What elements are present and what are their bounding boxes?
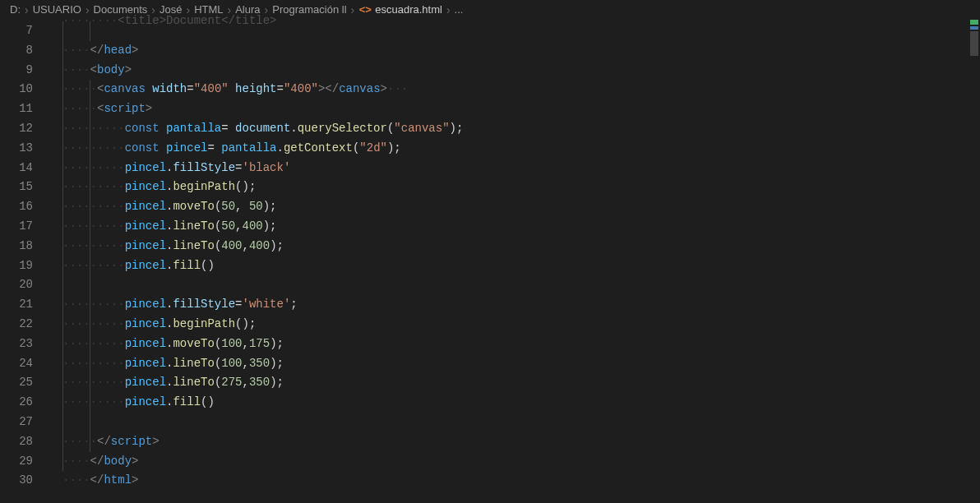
token: </ bbox=[90, 473, 104, 487]
chevron-right-icon: › bbox=[446, 3, 451, 16]
indent-guide bbox=[62, 432, 63, 452]
indent-guide bbox=[62, 159, 63, 178]
indent-guide bbox=[90, 432, 90, 452]
code-line[interactable]: ·····</script> bbox=[54, 432, 968, 452]
token: ····· bbox=[62, 180, 97, 193]
token: () bbox=[201, 395, 215, 408]
token: ····· bbox=[62, 259, 97, 272]
code-line[interactable]: ·········pincel.fillStyle='white'; bbox=[54, 295, 968, 315]
code-line[interactable]: ·········pincel.beginPath(); bbox=[54, 178, 968, 197]
code-area[interactable]: ········<title>Document</title>····</hea… bbox=[54, 18, 968, 503]
token: pantalla bbox=[166, 122, 221, 135]
token: , bbox=[243, 239, 249, 252]
token: ····· bbox=[62, 161, 97, 174]
token: </ bbox=[221, 14, 235, 27]
line-number: 29 bbox=[0, 452, 33, 472]
token: 50 bbox=[249, 200, 263, 213]
token: > bbox=[132, 44, 138, 57]
code-line[interactable]: ·········pincel.lineTo(275,350); bbox=[54, 373, 968, 393]
token: ···· bbox=[62, 455, 90, 468]
token: pincel bbox=[125, 200, 166, 213]
minimap[interactable] bbox=[968, 18, 980, 503]
token: pincel bbox=[125, 317, 166, 330]
line-number: 14 bbox=[0, 159, 33, 178]
code-line[interactable]: ····</head> bbox=[54, 41, 968, 61]
line-number: 24 bbox=[0, 354, 33, 374]
code-line[interactable]: ·····<canvas width="400" height="400"></… bbox=[54, 80, 968, 99]
token: ); bbox=[270, 376, 284, 389]
line-number: 7 bbox=[0, 21, 33, 41]
breadcrumb-segment[interactable]: D: bbox=[10, 3, 21, 16]
breadcrumb-segment[interactable]: Programación ll bbox=[272, 3, 346, 16]
token: , bbox=[243, 357, 249, 370]
code-line[interactable]: ·········pincel.beginPath(); bbox=[54, 315, 968, 335]
code-line[interactable]: ·········pincel.fillStyle='black' bbox=[54, 159, 968, 178]
token: ···· bbox=[97, 357, 125, 370]
token: body bbox=[104, 455, 132, 468]
token: ····· bbox=[62, 357, 97, 370]
line-number: 25 bbox=[0, 373, 33, 393]
token: 'black' bbox=[242, 161, 290, 174]
code-line[interactable]: ·········pincel.moveTo(100,175); bbox=[54, 335, 968, 354]
code-line[interactable]: ·········const pantalla= document.queryS… bbox=[54, 119, 968, 139]
indent-guide bbox=[90, 373, 90, 393]
indent-guide bbox=[90, 315, 90, 335]
token: 50 bbox=[221, 200, 235, 213]
token: pantalla bbox=[221, 141, 276, 155]
token: querySelector bbox=[298, 122, 387, 135]
breadcrumb-tail[interactable]: ... bbox=[455, 3, 464, 16]
indent-guide bbox=[62, 99, 63, 119]
indent-guide bbox=[62, 275, 63, 295]
token: ····· bbox=[62, 239, 97, 252]
token: "400" bbox=[284, 82, 318, 95]
code-line[interactable] bbox=[54, 413, 968, 432]
code-line[interactable]: ········<title>Document</title> bbox=[54, 21, 968, 41]
token: pincel bbox=[125, 161, 166, 174]
token: > bbox=[132, 473, 138, 487]
line-number: 12 bbox=[0, 119, 33, 139]
token: . bbox=[277, 141, 284, 155]
code-line[interactable]: ·········pincel.fill() bbox=[54, 256, 968, 276]
indent-guide bbox=[90, 139, 90, 159]
breadcrumb-file[interactable]: escuadra.html bbox=[375, 3, 442, 16]
code-line[interactable]: ·········pincel.moveTo(50, 50); bbox=[54, 197, 968, 217]
token: 100 bbox=[221, 337, 242, 350]
token: canvas bbox=[104, 82, 145, 95]
code-line[interactable]: ····</body> bbox=[54, 452, 968, 472]
code-editor[interactable]: 7891011121314151617181920212223242526272… bbox=[0, 18, 980, 503]
indent-guide bbox=[62, 315, 63, 335]
code-line[interactable]: ·········const pincel= pantalla.getConte… bbox=[54, 139, 968, 159]
line-number: 20 bbox=[0, 275, 33, 295]
line-number: 18 bbox=[0, 237, 33, 256]
line-number: 10 bbox=[0, 80, 33, 99]
token: ···· bbox=[97, 376, 125, 389]
token: pincel bbox=[125, 259, 166, 272]
indent-guide bbox=[62, 373, 63, 393]
code-line[interactable]: ····<body> bbox=[54, 61, 968, 81]
token: ····· bbox=[62, 82, 97, 95]
token: pincel bbox=[125, 395, 166, 408]
token: > bbox=[152, 435, 159, 448]
code-line[interactable]: ·········pincel.lineTo(100,350); bbox=[54, 354, 968, 374]
token: pincel bbox=[125, 239, 166, 252]
line-number: 15 bbox=[0, 178, 33, 197]
token: pincel bbox=[125, 219, 166, 233]
code-line[interactable] bbox=[54, 275, 968, 295]
token: lineTo bbox=[173, 239, 214, 252]
indent-guide bbox=[90, 178, 90, 197]
token: > bbox=[125, 63, 132, 76]
code-line[interactable]: ·····<script> bbox=[54, 99, 968, 119]
code-line[interactable]: ·········pincel.lineTo(400,400); bbox=[54, 237, 968, 256]
code-line[interactable]: ·········pincel.fill() bbox=[54, 393, 968, 413]
code-line[interactable]: ·········pincel.lineTo(50,400); bbox=[54, 217, 968, 237]
token: ····· bbox=[62, 337, 97, 350]
code-line[interactable]: ····</html> bbox=[54, 471, 968, 491]
token: script bbox=[104, 102, 145, 115]
line-number: 21 bbox=[0, 295, 33, 315]
token: </ bbox=[90, 44, 104, 57]
token: . bbox=[290, 122, 297, 135]
token: beginPath bbox=[173, 317, 235, 330]
token: ···· bbox=[97, 122, 125, 135]
token: = bbox=[207, 141, 214, 155]
token: "canvas" bbox=[394, 122, 449, 135]
